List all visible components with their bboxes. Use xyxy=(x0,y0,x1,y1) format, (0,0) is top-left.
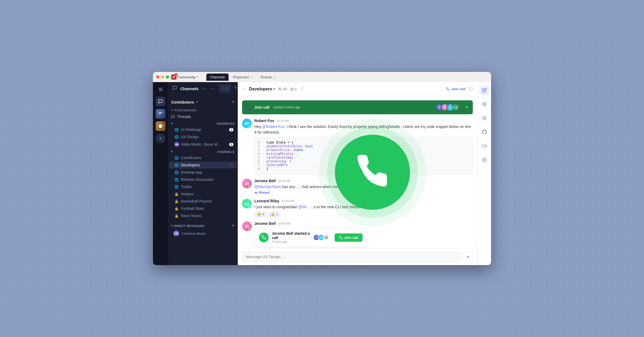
call-card: Jerome Bell started a call 3 mins ago A … xyxy=(254,228,367,247)
right-panel-edit-icon[interactable] xyxy=(480,85,489,95)
channels-toggle-icon[interactable]: ▾ xyxy=(171,150,173,153)
message-time-4: 10:45 AM xyxy=(278,222,290,225)
online-status-dot xyxy=(249,228,251,231)
workspace-1-icon[interactable] xyxy=(156,109,165,119)
channel-name: Avatars xyxy=(181,192,233,196)
right-panel-github-icon[interactable] xyxy=(480,127,489,137)
search-input[interactable] xyxy=(225,87,228,91)
pin-icon xyxy=(254,191,258,194)
add-workspace-icon[interactable]: + xyxy=(156,134,165,143)
workspace-selector[interactable]: ✉ 4 Community ▾ xyxy=(171,74,198,80)
contributors-header: Contributors ▾ + xyxy=(168,97,238,107)
svg-point-6 xyxy=(484,104,485,105)
dm-charlene-meyer[interactable]: CM Charlene Meyer xyxy=(168,229,238,238)
doc-icon[interactable]: 📄 xyxy=(300,87,304,91)
dm-name: Hilda Martin, Steve M... xyxy=(181,142,227,146)
call-banner-label[interactable]: Join call xyxy=(254,105,269,109)
favorites-count: 1 xyxy=(290,87,297,91)
mention-3: @Wi... xyxy=(298,205,309,209)
online-status-dot xyxy=(249,206,251,208)
globe-icon: 🌐 xyxy=(174,156,179,160)
app-body: ⊞ + xyxy=(153,82,491,265)
right-panel-grid-icon[interactable] xyxy=(480,155,489,165)
join-call-card-button[interactable]: Join call xyxy=(335,233,363,242)
dm-toggle-icon[interactable]: ▾ xyxy=(171,224,173,228)
channel-chevron-icon[interactable]: ▾ xyxy=(273,87,275,91)
channel-name: Contributors xyxy=(181,156,233,160)
add-channel-button[interactable]: + xyxy=(232,99,235,105)
channels-nav-icon[interactable] xyxy=(156,97,165,106)
message-time-2: 10:40 AM xyxy=(278,179,290,182)
sidebar-item-football-stars[interactable]: 🔒 Football Stars xyxy=(169,205,237,212)
svg-rect-12 xyxy=(485,160,486,162)
add-dm-button[interactable]: + xyxy=(232,223,235,229)
workspace-badge: 4 xyxy=(174,73,178,76)
favorites-section-header: ▾ FAVORITES xyxy=(168,120,238,126)
join-call-header-button[interactable]: Join call xyxy=(446,87,465,91)
sidebar-item-basketball-players[interactable]: 🔒 Basketball Players xyxy=(169,198,237,205)
right-panel-video-icon[interactable] xyxy=(480,141,489,151)
send-icon: ➤ xyxy=(466,254,470,259)
svg-point-2 xyxy=(279,87,280,89)
channel-name: UI Redesign xyxy=(181,127,227,132)
globe-icon: 🌐 xyxy=(174,128,179,132)
traffic-lights xyxy=(156,75,169,79)
message-input[interactable] xyxy=(242,252,460,262)
sidebar-item-race-teams[interactable]: 🔒 Race Teams xyxy=(169,212,237,219)
lock-icon: 🔒 xyxy=(174,214,179,218)
call-card-time: 3 mins ago xyxy=(272,240,312,244)
reaction-count: 4 xyxy=(262,212,264,216)
sidebar-item-avatars[interactable]: 🔒 Avatars xyxy=(169,191,237,197)
header-actions: Join call ⓘ xyxy=(446,86,473,92)
svg-rect-11 xyxy=(482,160,484,162)
sidebar-item-ui-redesign[interactable]: 🌐 UI Redesign 1 xyxy=(169,126,237,133)
send-button[interactable]: ➤ xyxy=(463,252,473,262)
sidebar-item-release-discussion[interactable]: 🌐 Release Discussion xyxy=(169,176,237,183)
phone-icon xyxy=(446,87,450,91)
right-panel-layers-icon[interactable] xyxy=(480,113,489,123)
minimize-button[interactable] xyxy=(161,75,164,79)
message-author-3: Leonard Riley xyxy=(254,199,279,203)
mention-2: @DevOpsTeam xyxy=(254,185,281,189)
workspace-2-icon[interactable] xyxy=(156,121,165,131)
favorites-toggle-icon[interactable]: ▾ xyxy=(171,122,173,125)
sidebar-item-desktop-app[interactable]: 🌐 Desktop App xyxy=(169,169,237,176)
fullscreen-button[interactable] xyxy=(166,75,169,79)
reaction-count: 1 xyxy=(276,212,278,216)
channel-header: ☆ Developers ▾ 45 1 📄 xyxy=(238,82,477,96)
sidebar-item-ux-design[interactable]: 🌐 UX Design xyxy=(169,133,237,140)
tab-boards-close-icon[interactable]: ✕ xyxy=(273,76,276,79)
reaction-clap[interactable]: 👏 4 xyxy=(254,211,266,217)
help-icon[interactable]: ? xyxy=(234,86,237,91)
forward-button[interactable]: → xyxy=(209,86,216,91)
star-channel-button[interactable]: ☆ xyxy=(242,86,246,91)
tab-playbooks[interactable]: Playbooks ✕ xyxy=(229,74,257,81)
tab-boards[interactable]: Boards ✕ xyxy=(257,74,279,81)
threads-icon xyxy=(171,115,175,119)
channels-sidebar-icon xyxy=(172,86,177,91)
reaction-thumbsup[interactable]: 👍 1 xyxy=(268,211,280,217)
close-button[interactable] xyxy=(156,75,159,79)
message-avatar-1: RF xyxy=(242,119,252,128)
right-panel-target-icon[interactable] xyxy=(480,99,489,109)
search-bar[interactable] xyxy=(219,84,231,93)
globe-icon: 🌐 xyxy=(174,178,179,182)
sidebar-item-toolkit[interactable]: 🌐 Toolkit xyxy=(169,183,237,190)
message-header-4: Jerome Bell 10:45 AM xyxy=(254,221,473,226)
tab-channels[interactable]: Channels xyxy=(206,74,229,81)
grid-icon[interactable]: ⊞ xyxy=(157,85,164,94)
sidebar: Channels ← → ? @ xyxy=(168,82,238,265)
sidebar-item-hilda-martin[interactable]: HM Hilda Martin, Steve M... 2 xyxy=(169,141,237,148)
pinned-label: Pinned xyxy=(259,191,269,195)
sidebar-item-developers[interactable]: 🌐 Developers 📞 xyxy=(169,162,237,169)
call-banner-close-button[interactable]: ✕ xyxy=(465,105,469,109)
sidebar-item-contributors[interactable]: 🌐 Contributors xyxy=(169,154,237,161)
channel-info-button[interactable]: ⓘ xyxy=(469,86,473,92)
members-icon xyxy=(278,87,282,91)
back-button[interactable]: ← xyxy=(202,86,208,91)
tab-playbooks-close-icon[interactable]: ✕ xyxy=(251,76,253,79)
sidebar-item-threads[interactable]: Threads xyxy=(168,113,238,120)
filter-icon: ≡ xyxy=(171,108,173,112)
messages-area[interactable]: 📞 Join call Started 3 mins ago A B C +3 … xyxy=(238,96,477,248)
message-header-1: Robert Fox 10:38 AM xyxy=(254,119,473,123)
